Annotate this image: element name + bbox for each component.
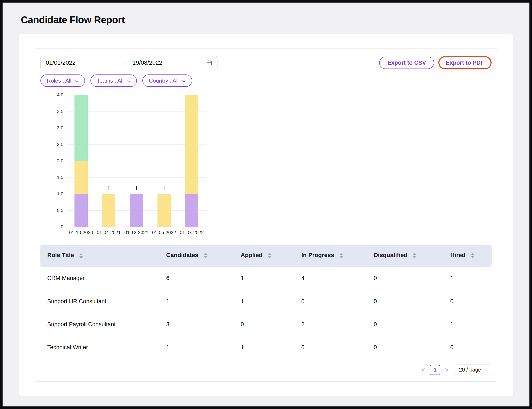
column-label: Hired [450, 252, 466, 258]
bar-segment-yellow[interactable] [75, 161, 88, 194]
table-body: CRM Manager61401Support HR Consultant110… [40, 267, 492, 359]
sort-icon[interactable] [268, 253, 272, 260]
table-row[interactable]: Technical Writer11000 [40, 336, 492, 359]
report-panel: 01/01/2022 - 19/08/2022 Export to CSV Ex… [33, 48, 499, 381]
gridline [67, 227, 205, 227]
cell-in-progress: 4 [301, 267, 373, 290]
date-range-picker[interactable]: 01/01/2022 - 19/08/2022 [40, 56, 217, 69]
pagination-page-1-button[interactable]: 1 [430, 365, 440, 375]
sort-icon[interactable] [79, 253, 83, 260]
column-label: Candidates [166, 252, 198, 258]
gridline [67, 161, 205, 161]
date-separator: - [124, 59, 126, 66]
cell-role-title: Technical Writer [40, 336, 166, 359]
column-header-candidates[interactable]: Candidates [166, 245, 241, 267]
column-label: Role Title [47, 252, 74, 258]
cell-hired: 0 [450, 336, 492, 359]
table-row[interactable]: Support Payroll Consultant30201 [40, 313, 492, 336]
page-size-value: 20 / page [459, 367, 481, 373]
export-pdf-button[interactable]: Export to PDF [438, 56, 492, 69]
chevron-down-icon [75, 77, 79, 84]
x-tick-label: 01-05-2022 [150, 230, 178, 235]
gridline [67, 95, 205, 95]
cell-disqualified: 0 [373, 290, 450, 313]
cell-in-progress: 2 [301, 313, 373, 336]
cell-hired: 1 [450, 267, 492, 290]
y-tick-label: 4.0 [43, 92, 63, 98]
cell-candidates: 3 [166, 313, 241, 336]
sort-icon[interactable] [204, 253, 208, 260]
sort-icon[interactable] [470, 253, 475, 260]
pagination-prev-button[interactable]: < [421, 367, 426, 373]
cell-disqualified: 0 [373, 267, 450, 290]
table-row[interactable]: CRM Manager61401 [40, 267, 492, 290]
chart-plot: 111 [67, 95, 205, 227]
column-header-in-progress[interactable]: In Progress [301, 245, 373, 267]
filter-roles-dropdown[interactable]: Roles : All [40, 74, 85, 87]
gridline [67, 128, 205, 128]
y-tick-label: 1.5 [43, 175, 63, 180]
pagination-next-button[interactable]: > [444, 367, 449, 373]
cell-candidates: 6 [166, 267, 241, 290]
column-header-disqualified[interactable]: Disqualified [373, 245, 450, 267]
x-tick-label: 01-04-2021 [95, 230, 122, 235]
cell-candidates: 1 [166, 336, 241, 359]
y-tick-label: 2.5 [43, 142, 63, 147]
bar-segment-purple[interactable] [130, 194, 143, 227]
cell-disqualified: 0 [373, 336, 450, 359]
y-tick-label: 2.0 [43, 158, 63, 164]
filter-country-dropdown[interactable]: Country : All [142, 74, 192, 87]
filter-country-label: Country : All [149, 77, 178, 84]
candidate-flow-table: Role Title Candidates Applied [40, 245, 492, 359]
bar-segment-yellow[interactable] [158, 194, 171, 227]
y-tick-label: 0 [43, 224, 63, 230]
screenshot-frame: Candidate Flow Report 01/01/2022 - 19/08… [0, 0, 532, 409]
cell-applied: 1 [241, 290, 301, 313]
column-label: Disqualified [374, 252, 408, 258]
calendar-icon[interactable] [206, 60, 212, 66]
date-from-value[interactable]: 01/01/2022 [46, 59, 124, 66]
pagination: < 1 > 20 / page [40, 364, 492, 375]
cell-role-title: CRM Manager [40, 267, 166, 290]
cell-hired: 0 [450, 290, 492, 313]
cell-role-title: Support HR Consultant [40, 290, 166, 313]
cell-applied: 1 [241, 267, 301, 290]
bar-segment-purple[interactable] [75, 194, 88, 227]
chart-x-axis: 01-10-202001-04-202101-12-202101-05-2022… [67, 230, 205, 237]
sort-icon[interactable] [339, 253, 344, 260]
gridline [67, 177, 205, 178]
cell-in-progress: 0 [301, 290, 373, 313]
chevron-down-icon [484, 367, 487, 373]
bar-segment-yellow[interactable] [102, 194, 115, 227]
cell-role-title: Support Payroll Consultant [40, 313, 166, 336]
x-tick-label: 01-10-2020 [67, 230, 95, 235]
gridline [67, 112, 205, 112]
column-header-hired[interactable]: Hired [450, 245, 492, 267]
cell-in-progress: 0 [301, 336, 373, 359]
column-header-applied[interactable]: Applied [241, 245, 301, 267]
bar-value-label: 1 [95, 185, 122, 191]
page-size-select[interactable]: 20 / page [455, 364, 491, 375]
bar-segment-green[interactable] [75, 95, 88, 161]
column-label: Applied [241, 252, 263, 258]
x-tick-label: 01-07-2022 [178, 230, 205, 235]
export-csv-button[interactable]: Export to CSV [379, 57, 434, 69]
bar-segment-purple[interactable] [185, 194, 198, 227]
cell-disqualified: 0 [373, 313, 450, 336]
column-label: In Progress [301, 252, 334, 258]
column-header-role-title[interactable]: Role Title [40, 245, 166, 267]
filter-teams-dropdown[interactable]: Teams : All [90, 74, 137, 87]
page-title: Candidate Flow Report [2, 2, 530, 26]
sort-icon[interactable] [412, 253, 417, 260]
date-to-value[interactable]: 19/08/2022 [132, 59, 162, 66]
candidate-flow-chart: 4.03.53.02.52.01.51.00.50 111 01-10-2020… [43, 94, 492, 237]
x-tick-label: 01-12-2021 [122, 230, 150, 235]
filter-row: Roles : All Teams : All Country : All [40, 74, 492, 87]
table-row[interactable]: Support HR Consultant11000 [40, 290, 492, 313]
cell-applied: 1 [241, 336, 301, 359]
cell-hired: 1 [450, 313, 492, 336]
bar-value-label: 1 [150, 185, 178, 191]
bar-segment-yellow[interactable] [185, 95, 198, 194]
y-tick-label: 3.0 [43, 125, 63, 131]
table-header-row: Role Title Candidates Applied [40, 245, 492, 267]
